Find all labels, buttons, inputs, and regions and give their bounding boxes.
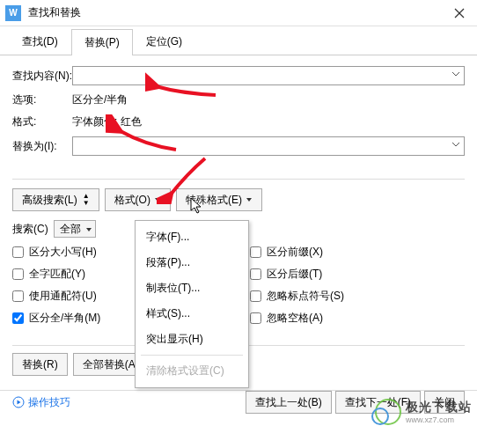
play-circle-icon (12, 396, 25, 408)
tips-label: 操作技巧 (28, 395, 70, 410)
replace-with-label: 替换为(I): (12, 139, 72, 154)
close-button[interactable]: 关闭 (424, 391, 465, 414)
options-label: 选项: (12, 92, 72, 107)
search-scope-label: 搜索(C) (12, 222, 48, 237)
menu-font[interactable]: 字体(F)... (136, 224, 248, 250)
window-title: 查找和替换 (28, 5, 442, 20)
check-suffix[interactable]: 区分后缀(T) (250, 267, 344, 282)
advanced-search-label: 高级搜索(L) (22, 193, 77, 208)
check-ignore-space[interactable]: 忽略空格(A) (250, 311, 344, 326)
menu-clear-format: 清除格式设置(C) (136, 358, 248, 384)
check-prefix[interactable]: 区分前缀(X) (250, 245, 344, 260)
chevron-down-icon (246, 194, 253, 206)
special-format-label: 特殊格式(E) (186, 193, 242, 208)
special-format-button[interactable]: 特殊格式(E) (176, 188, 262, 211)
menu-tabstop[interactable]: 制表位(T)... (136, 275, 248, 301)
find-content-input[interactable] (72, 66, 465, 85)
check-punct-label: 忽略标点符号(S) (267, 289, 344, 304)
chevron-down-icon (154, 194, 161, 206)
check-space-label: 忽略空格(A) (267, 311, 323, 326)
tab-locate[interactable]: 定位(G) (133, 28, 195, 55)
check-case-label: 区分大小写(H) (29, 245, 97, 260)
tab-bar: 查找(D) 替换(P) 定位(G) (0, 26, 477, 55)
format-button-label: 格式(O) (114, 193, 150, 208)
options-value: 区分全/半角 (72, 92, 128, 107)
format-dropdown-menu: 字体(F)... 段落(P)... 制表位(T)... 样式(S)... 突出显… (135, 220, 249, 388)
tab-find[interactable]: 查找(D) (9, 28, 71, 55)
check-prefix-label: 区分前缀(X) (267, 245, 323, 260)
tips-link[interactable]: 操作技巧 (12, 395, 70, 410)
check-whole-label: 全字匹配(Y) (29, 267, 85, 282)
chevron-down-icon (85, 224, 92, 236)
check-fullhalf-label: 区分全/半角(M) (29, 311, 100, 326)
check-ignore-punct[interactable]: 忽略标点符号(S) (250, 289, 344, 304)
close-icon[interactable] (442, 0, 477, 26)
menu-highlight[interactable]: 突出显示(H) (136, 327, 248, 352)
format-button[interactable]: 格式(O) (105, 188, 171, 211)
search-scope-select[interactable]: 全部 (54, 220, 96, 238)
app-icon: W (5, 5, 21, 21)
chevron-down-icon (451, 69, 460, 81)
advanced-search-button[interactable]: 高级搜索(L) ▲▼ (12, 188, 99, 211)
find-prev-button[interactable]: 查找上一处(B) (246, 391, 332, 414)
find-next-button[interactable]: 查找下一处(F) (335, 391, 421, 414)
menu-paragraph[interactable]: 段落(P)... (136, 250, 248, 275)
sort-icon: ▲▼ (83, 193, 90, 207)
format-label: 格式: (12, 114, 72, 129)
find-content-label: 查找内容(N): (12, 69, 72, 84)
search-scope-value: 全部 (60, 222, 81, 237)
chevron-down-icon (451, 139, 460, 151)
tab-replace[interactable]: 替换(P) (71, 29, 133, 55)
replace-button[interactable]: 替换(R) (12, 353, 68, 376)
check-suffix-label: 区分后缀(T) (267, 267, 322, 282)
replace-with-input[interactable] (72, 136, 465, 156)
format-value: 字体颜色: 红色 (72, 114, 142, 129)
check-wildcard-label: 使用通配符(U) (29, 289, 97, 304)
menu-style[interactable]: 样式(S)... (136, 301, 248, 327)
